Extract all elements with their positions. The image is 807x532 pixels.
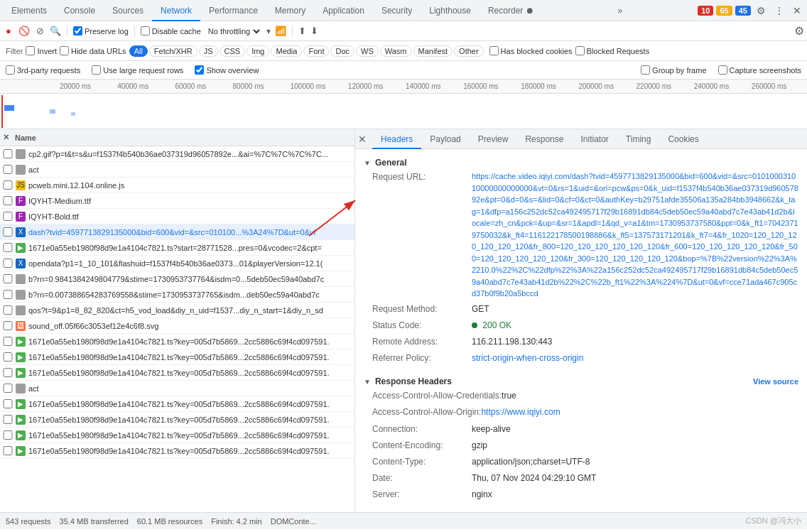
request-row[interactable]: cp2.gif?p=t&t=s&u=f1537f4b540b36ae037319…	[0, 146, 354, 162]
detail-tab-cookies[interactable]: Cookies	[659, 129, 707, 149]
request-row[interactable]: ▶1671e0a55eb1980f98d9e1a4104c7821.ts?key…	[0, 396, 354, 412]
request-url-val[interactable]: https://cache.video.iqiyi.com/dash?tvid=…	[472, 170, 798, 300]
hide-data-urls-input[interactable]	[60, 46, 69, 55]
disable-cache-checkbox[interactable]: Disable cache	[141, 26, 201, 36]
hide-data-urls-checkbox[interactable]: Hide data URLs	[60, 46, 126, 55]
request-checkbox-17[interactable]	[3, 415, 13, 424]
network-settings-icon[interactable]: ⚙	[794, 24, 804, 38]
request-checkbox-7[interactable]	[3, 259, 13, 268]
detail-tab-response[interactable]: Response	[516, 129, 572, 149]
request-checkbox-18[interactable]	[3, 430, 13, 440]
request-row[interactable]: ▶1671e0a55eb1980f98d9e1a4104c7821.ts?key…	[0, 365, 354, 381]
request-row[interactable]: b?rn=0.9841384249804779&stime=1730953737…	[0, 271, 354, 287]
request-checkbox-13[interactable]	[3, 352, 13, 362]
preserve-log-input[interactable]	[73, 26, 82, 36]
request-checkbox-4[interactable]	[3, 212, 13, 221]
third-party-input[interactable]	[6, 65, 15, 75]
filter-icon[interactable]: ⊘	[34, 26, 45, 37]
request-row[interactable]: act	[0, 381, 354, 396]
tab-console[interactable]: Console	[55, 0, 104, 21]
request-row[interactable]: ▶1671e0a55eb1980f98d9e1a4104c7821.ts?key…	[0, 443, 354, 459]
tab-lighthouse[interactable]: Lighthouse	[421, 0, 480, 21]
tab-elements[interactable]: Elements	[3, 0, 55, 21]
wifi-icon[interactable]: 📶	[275, 26, 286, 36]
capture-screenshots-checkbox[interactable]: Capture screenshots	[718, 65, 802, 75]
capture-screenshots-input[interactable]	[718, 65, 727, 75]
filter-chip-js[interactable]: JS	[199, 45, 218, 57]
filter-chip-fetch/xhr[interactable]: Fetch/XHR	[149, 45, 197, 57]
detail-tab-preview[interactable]: Preview	[470, 129, 517, 149]
filter-chip-manifest[interactable]: Manifest	[413, 45, 453, 57]
request-row[interactable]: FIQYHT-Bold.ttf	[0, 209, 354, 224]
request-row[interactable]: act	[0, 162, 354, 178]
blocked-requests-checkbox[interactable]: Blocked Requests	[575, 46, 650, 55]
filter-chip-wasm[interactable]: Wasm	[380, 45, 412, 57]
invert-input[interactable]	[26, 46, 35, 55]
close-detail-button[interactable]: ✕	[358, 134, 367, 145]
request-row[interactable]: qos?t=9&p1=8_82_820&ct=h5_vod_load&diy_n…	[0, 303, 354, 318]
third-party-checkbox[interactable]: 3rd-party requests	[6, 65, 80, 75]
request-row[interactable]: Xopendata?p1=1_10_101&flashuid=f1537f4b5…	[0, 256, 354, 271]
request-row[interactable]: JSpcweb.mini.12.104.online.js	[0, 178, 354, 193]
request-checkbox-9[interactable]	[3, 290, 13, 299]
close-icon[interactable]: ✕	[790, 5, 804, 16]
request-checkbox-19[interactable]	[3, 446, 13, 455]
general-section-header[interactable]: ▼ General	[364, 155, 798, 170]
tab-memory[interactable]: Memory	[266, 0, 314, 21]
has-blocked-cookies-input[interactable]	[489, 46, 499, 55]
group-by-frame-input[interactable]	[641, 65, 650, 75]
filter-chip-img[interactable]: Img	[247, 45, 269, 57]
request-row[interactable]: FIQYHT-Medium.ttf	[0, 193, 354, 209]
request-checkbox-11[interactable]	[3, 321, 13, 330]
record-button[interactable]: ●	[3, 26, 14, 37]
tab-network[interactable]: Network	[152, 0, 200, 21]
preserve-log-checkbox[interactable]: Preserve log	[73, 26, 129, 36]
throttle-select[interactable]: No throttling	[205, 26, 262, 36]
settings-icon[interactable]: ⚙	[754, 5, 769, 16]
show-overview-checkbox[interactable]: Show overview	[195, 65, 259, 75]
request-row[interactable]: b?rn=0.007388654283769558&stime=17309537…	[0, 287, 354, 303]
filter-chip-other[interactable]: Other	[454, 45, 484, 57]
request-checkbox-15[interactable]	[3, 384, 13, 393]
disable-cache-input[interactable]	[141, 26, 150, 36]
request-checkbox-10[interactable]	[3, 305, 13, 315]
large-rows-input[interactable]	[92, 65, 101, 75]
large-rows-checkbox[interactable]: Use large request rows	[92, 65, 183, 75]
show-overview-input[interactable]	[195, 65, 204, 75]
tab-security[interactable]: Security	[373, 0, 421, 21]
request-row[interactable]: 🖼sound_off.05f66c3053ef12e4c6f8.svg	[0, 318, 354, 334]
stop-button[interactable]: 🚫	[18, 26, 30, 37]
group-by-frame-checkbox[interactable]: Group by frame	[641, 65, 706, 75]
download-icon[interactable]: ⬇	[310, 26, 318, 36]
filter-chip-ws[interactable]: WS	[356, 45, 379, 57]
collapse-btn[interactable]: ✕	[3, 133, 9, 142]
request-row[interactable]: Xdash?tvid=4597713829135000&bid=600&vid=…	[0, 224, 354, 240]
request-row[interactable]: ▶1671e0a55eb1980f98d9e1a4104c7821.ts?key…	[0, 412, 354, 428]
request-checkbox-0[interactable]	[3, 149, 13, 158]
detail-tab-payload[interactable]: Payload	[421, 129, 469, 149]
request-checkbox-6[interactable]	[3, 243, 13, 252]
upload-icon[interactable]: ⬆	[298, 26, 306, 36]
ellipsis-icon[interactable]: ⋮	[771, 5, 787, 16]
request-row[interactable]: ▶1671e0a55eb1980f98d9e1a4104c7821.ts?key…	[0, 349, 354, 365]
view-source-btn[interactable]: View source	[753, 377, 798, 386]
response-headers-section-header[interactable]: ▼ Response Headers View source	[364, 374, 798, 389]
filter-chip-css[interactable]: CSS	[220, 45, 246, 57]
throttle-dropdown-icon[interactable]: ▾	[266, 26, 271, 36]
tab-performance[interactable]: Performance	[200, 0, 266, 21]
tab-sources[interactable]: Sources	[104, 0, 152, 21]
filter-chip-all[interactable]: All	[129, 45, 148, 57]
tab-more[interactable]: »	[614, 6, 627, 16]
filter-chip-doc[interactable]: Doc	[330, 45, 354, 57]
search-icon[interactable]: 🔍	[50, 26, 61, 37]
detail-tab-headers[interactable]: Headers	[372, 129, 421, 149]
request-checkbox-5[interactable]	[3, 227, 13, 237]
request-checkbox-16[interactable]	[3, 399, 13, 408]
blocked-requests-input[interactable]	[575, 46, 585, 55]
request-checkbox-1[interactable]	[3, 165, 13, 174]
request-row[interactable]: ▶1671e0a55eb1980f98d9e1a4104c7821.ts?sta…	[0, 240, 354, 256]
request-checkbox-8[interactable]	[3, 274, 13, 283]
has-blocked-cookies-checkbox[interactable]: Has blocked cookies	[489, 46, 573, 55]
request-checkbox-3[interactable]	[3, 196, 13, 205]
tab-application[interactable]: Application	[314, 0, 373, 21]
